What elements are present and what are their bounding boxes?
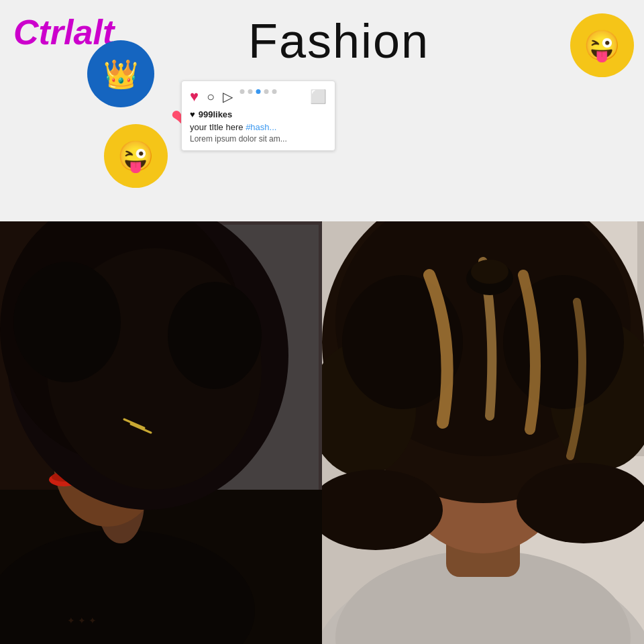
top-section: Ctrlalt Fashion 👑 😜 😜 ❤ ♥ ○ ▷ ⬜ [0, 0, 644, 221]
blue-circle-emoji: 👑 [87, 40, 154, 107]
dot-3-active [256, 89, 261, 94]
crown-icon: 👑 [103, 58, 138, 91]
likes-number: 999likes [199, 109, 233, 119]
post-title-text: your tItle here [190, 122, 244, 132]
like-heart-icon[interactable]: ♥ [190, 88, 199, 105]
left-photo-svg: ✦ ✦ ✦ [0, 221, 322, 644]
emoji-face-2: 😜 [584, 28, 621, 63]
svg-point-48 [471, 260, 508, 284]
bottom-photos-section: ✦ ✦ ✦ [0, 221, 644, 644]
dot-1 [240, 89, 245, 94]
likes-count: ♥ 999likes [190, 109, 327, 119]
likes-heart-small: ♥ [190, 109, 195, 119]
share-icon[interactable]: ▷ [223, 89, 233, 105]
photo-left: ✦ ✦ ✦ [0, 221, 322, 644]
post-title-line: your tItle here #hash... [190, 122, 327, 132]
yellow-emoji-1: 😜 [104, 124, 168, 188]
comment-icon[interactable]: ○ [207, 89, 215, 105]
post-caption: Lorem ipsum dolor sit am... [190, 134, 327, 144]
svg-point-17 [168, 282, 262, 389]
photo-right [322, 221, 644, 644]
bookmark-icon[interactable]: ⬜ [310, 89, 327, 105]
emoji-face-1: 😜 [117, 139, 154, 174]
yellow-emoji-2: 😜 [570, 13, 634, 77]
dot-4 [264, 89, 269, 94]
page-title: Fashion [248, 13, 429, 68]
insta-pagination-dots [240, 89, 277, 94]
svg-point-16 [13, 262, 121, 382]
ctrlalt-logo: Ctrlalt [13, 12, 114, 52]
dot-2 [248, 89, 253, 94]
hashtag-text: #hash... [246, 122, 276, 132]
right-photo-svg [322, 221, 644, 644]
dot-5 [272, 89, 277, 94]
svg-point-46 [503, 275, 624, 409]
instagram-card: ♥ ○ ▷ ⬜ ♥ 999likes your tItle here #hash… [181, 80, 335, 151]
svg-text:✦ ✦ ✦: ✦ ✦ ✦ [67, 615, 97, 626]
